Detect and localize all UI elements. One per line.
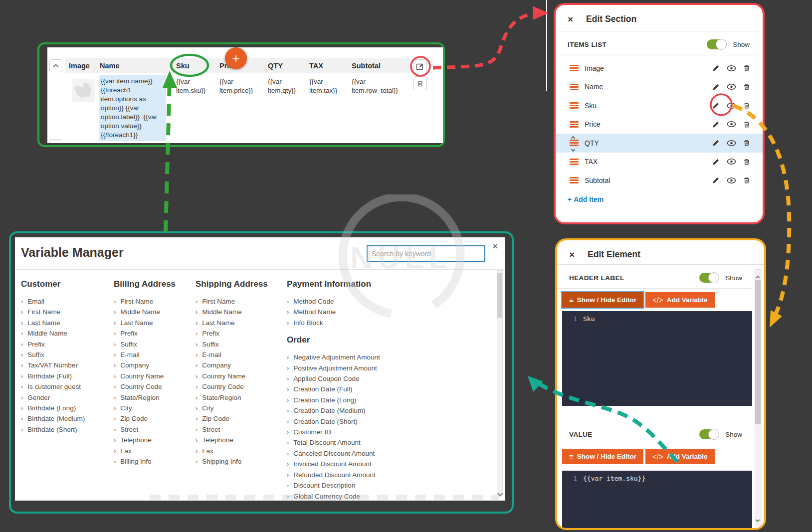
trash-icon[interactable] xyxy=(743,64,751,72)
vm-variable-item[interactable]: ›Fax xyxy=(114,446,196,456)
vm-variable-item[interactable]: ›Creation Date (Full) xyxy=(287,384,476,394)
cell-price[interactable]: {{var item.price}} xyxy=(215,75,264,95)
scrollbar[interactable] xyxy=(497,270,503,495)
trash-icon[interactable] xyxy=(743,176,751,184)
vm-variable-item[interactable]: ›Company xyxy=(196,360,287,370)
section-item-row[interactable]: Name xyxy=(556,78,763,97)
show-hide-editor-button[interactable]: ≡Show / Hide Editor xyxy=(562,292,643,308)
drag-handle-icon[interactable] xyxy=(570,84,579,90)
vm-variable-item[interactable]: ›Method Name xyxy=(287,307,476,317)
close-icon[interactable]: × xyxy=(568,14,573,24)
vm-variable-item[interactable]: ›City xyxy=(196,403,287,413)
cell-tax[interactable]: {{var item.tax}} xyxy=(305,75,348,95)
edit-pencil-icon[interactable] xyxy=(712,120,720,129)
delete-row-button[interactable] xyxy=(413,76,427,90)
search-input[interactable] xyxy=(367,245,485,262)
cell-qty[interactable]: {{var item.qty}} xyxy=(264,75,305,95)
value-code-editor[interactable]: 1{{var item.sku}} xyxy=(562,471,752,528)
vm-variable-item[interactable]: ›Suffix xyxy=(21,350,114,360)
vm-variable-item[interactable]: ›Birthdate (Long) xyxy=(21,403,114,413)
vm-variable-item[interactable]: ›Shipping Info xyxy=(196,456,287,467)
vm-variable-item[interactable]: ›Refunded Discount Amount xyxy=(287,470,476,480)
vm-variable-item[interactable]: ›Prefix xyxy=(21,339,114,350)
vm-variable-item[interactable]: ›Info Block xyxy=(287,318,476,328)
vm-variable-item[interactable]: ›State/Region xyxy=(196,392,287,403)
vm-variable-item[interactable]: ›Telephone xyxy=(196,435,287,445)
vm-variable-item[interactable]: ›Birthdate (Short) xyxy=(21,424,114,435)
cell-sku[interactable]: {{var item.sku}} xyxy=(172,75,215,95)
vm-variable-item[interactable]: ›Method Code xyxy=(287,296,476,307)
vm-variable-item[interactable]: ›Suffix xyxy=(114,339,196,350)
visibility-eye-icon[interactable] xyxy=(727,102,736,109)
vm-variable-item[interactable]: ›Customer ID xyxy=(287,427,476,437)
vm-variable-item[interactable]: ›Invoiced Discount Amount xyxy=(287,459,476,469)
vm-variable-item[interactable]: ›Zip Code xyxy=(114,413,196,424)
vm-variable-item[interactable]: ›Total Discount Amount xyxy=(287,437,476,448)
vm-variable-item[interactable]: ›Street xyxy=(196,424,287,435)
vm-variable-item[interactable]: ›E-mail xyxy=(114,350,196,360)
scroll-down-icon[interactable] xyxy=(756,515,759,524)
trash-icon[interactable] xyxy=(743,101,751,110)
vm-variable-item[interactable]: ›Middle Name xyxy=(114,307,196,317)
vm-variable-item[interactable]: ›State/Region xyxy=(114,392,196,403)
drag-handle-icon[interactable] xyxy=(570,159,579,165)
vm-variable-item[interactable]: ›Last Name xyxy=(21,318,114,328)
vm-variable-item[interactable]: ›Last Name xyxy=(196,318,287,328)
vm-variable-item[interactable]: ›Fax xyxy=(196,446,287,456)
visibility-eye-icon[interactable] xyxy=(727,121,736,128)
scroll-down-icon[interactable] xyxy=(498,489,502,498)
vm-variable-item[interactable]: ›Positive Adjustment Amount xyxy=(287,363,476,373)
vm-variable-item[interactable]: ›First Name xyxy=(21,307,114,317)
visibility-eye-icon[interactable] xyxy=(727,158,736,165)
scrollbar-thumb[interactable] xyxy=(755,280,761,424)
vm-variable-item[interactable]: ›Street xyxy=(114,424,196,435)
visibility-eye-icon[interactable] xyxy=(727,65,736,72)
vm-variable-item[interactable]: ›Birthdate (Full) xyxy=(21,371,114,381)
vm-variable-item[interactable]: ›Suffix xyxy=(196,339,287,350)
section-item-row[interactable]: Price xyxy=(556,115,763,134)
show-hide-editor-button[interactable]: ≡Show / Hide Editor xyxy=(562,449,643,464)
edit-pencil-icon[interactable] xyxy=(712,139,720,147)
vm-variable-item[interactable]: ›Creation Date (Medium) xyxy=(287,405,476,416)
edit-pencil-icon[interactable] xyxy=(712,158,720,166)
visibility-eye-icon[interactable] xyxy=(727,177,736,184)
header-label-code-editor[interactable]: 1Sku xyxy=(562,311,752,406)
vm-variable-item[interactable]: ›First Name xyxy=(196,296,287,307)
drag-handle-icon[interactable] xyxy=(570,65,579,71)
vm-variable-item[interactable]: ›Gender xyxy=(21,392,114,403)
vm-variable-item[interactable]: ›E-mail xyxy=(196,350,287,360)
trash-icon[interactable] xyxy=(743,158,751,166)
visibility-eye-icon[interactable] xyxy=(727,140,736,147)
section-item-row[interactable]: Subtotal xyxy=(556,171,763,190)
drag-handle-icon[interactable] xyxy=(570,177,579,183)
edit-pencil-icon[interactable] xyxy=(712,64,720,72)
vm-variable-item[interactable]: ›Creation Date (Short) xyxy=(287,416,476,427)
collapse-section-button-partial[interactable] xyxy=(49,139,62,143)
vm-variable-item[interactable]: ›Country Name xyxy=(196,371,287,381)
edit-row-button[interactable] xyxy=(413,59,427,73)
cell-subtotal[interactable]: {{var item.row_total}} xyxy=(348,75,406,95)
trash-icon[interactable] xyxy=(743,83,751,91)
edit-pencil-icon[interactable] xyxy=(712,83,720,91)
add-row-button[interactable]: + xyxy=(225,47,247,69)
vm-variable-item[interactable]: ›Prefix xyxy=(114,328,196,339)
add-variable-button[interactable]: </>Add Variable xyxy=(645,449,714,464)
vm-variable-item[interactable]: ›Creation Date (Long) xyxy=(287,395,476,405)
trash-icon[interactable] xyxy=(743,139,751,147)
vm-variable-item[interactable]: ›Country Code xyxy=(196,381,287,392)
add-item-link[interactable]: +Add Item xyxy=(568,195,604,203)
add-variable-button[interactable]: </>Add Variable xyxy=(645,292,714,308)
vm-variable-item[interactable]: ›Country Code xyxy=(114,381,196,392)
vm-variable-item[interactable]: ›Tax/VAT Number xyxy=(21,360,114,370)
vm-variable-item[interactable]: ›Email xyxy=(21,296,114,307)
scrollbar-thumb[interactable] xyxy=(497,273,502,318)
close-icon[interactable]: × xyxy=(569,250,575,259)
drag-handle-icon[interactable] xyxy=(570,121,579,128)
collapse-section-button[interactable] xyxy=(49,59,62,72)
vm-variable-item[interactable]: ›Telephone xyxy=(114,435,196,445)
vm-variable-item[interactable]: ›Middle Name xyxy=(196,307,287,317)
vm-variable-item[interactable]: ›Applied Coupon Code xyxy=(287,373,476,384)
visibility-eye-icon[interactable] xyxy=(727,83,736,90)
vm-variable-item[interactable]: ›City xyxy=(114,403,196,413)
show-toggle[interactable] xyxy=(707,39,727,49)
